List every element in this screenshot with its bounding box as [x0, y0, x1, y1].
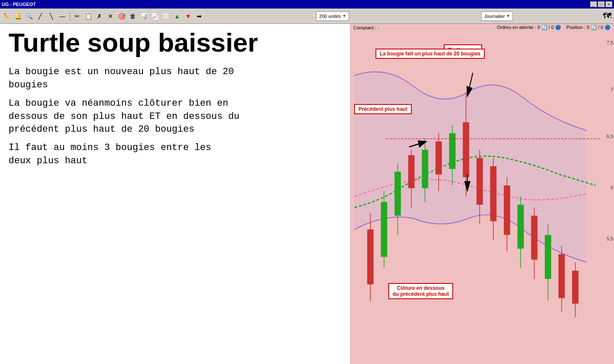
toolbar-icon-8[interactable]: 📋	[84, 12, 93, 21]
svg-rect-9	[422, 150, 428, 188]
svg-rect-11	[436, 142, 442, 174]
toolbar-icon-6[interactable]: —	[58, 12, 67, 21]
period-dropdown[interactable]: Journalier ▼	[481, 12, 513, 21]
svg-rect-1	[367, 229, 374, 284]
toolbar-icon-5[interactable]: ╲	[47, 12, 56, 21]
cloture-dessous-line1: Clôture en dessous	[397, 285, 444, 291]
band-fill	[355, 72, 587, 263]
label-bougie-20: La bougie fait un plus haut de 20 bougie…	[375, 49, 485, 59]
restore-button[interactable]: □	[598, 1, 605, 7]
condition-3: Il faut au moins 3 bougies entre lesdeux…	[9, 142, 341, 168]
chart-topbar: Comptant : - Ordres en attente : 0 🔄 / 0…	[350, 24, 614, 32]
map-icon[interactable]: 🗺	[602, 12, 612, 21]
cloture-dessous-line2: du précédent plus haut	[393, 291, 449, 297]
toolbar-icon-15[interactable]: ⬜	[161, 12, 171, 21]
svg-rect-17	[477, 158, 483, 205]
toolbar-right: 200 unités ▼ Journalier ▼ 🗺	[316, 12, 612, 21]
toolbar-icon-4[interactable]: ╱	[35, 12, 45, 21]
close-button[interactable]: ×	[605, 1, 612, 7]
svg-rect-23	[518, 205, 524, 248]
chart-area: 7,5 7 6,5 6 5,5	[350, 32, 614, 350]
comptant-label: Comptant : -	[353, 25, 379, 30]
toolbar-icon-3[interactable]: 🔍	[24, 12, 34, 21]
svg-rect-7	[408, 155, 415, 188]
toolbar-icon-12[interactable]: 🗑	[128, 12, 137, 21]
condition-2: La bougie va néanmoins clôturer bien end…	[9, 97, 341, 136]
toolbar-icon-10[interactable]: ✕	[106, 12, 115, 21]
svg-rect-31	[572, 271, 579, 303]
svg-rect-3	[381, 202, 387, 257]
svg-rect-25	[531, 216, 538, 260]
label-precedent-plus-haut: Précédent plus haut	[354, 104, 412, 114]
toolbar-icon-9[interactable]: ✗	[95, 12, 104, 21]
svg-rect-15	[463, 122, 469, 177]
period-label: Journalier	[484, 14, 505, 19]
toolbar-icon-2[interactable]: 🔔	[13, 12, 23, 21]
y-label-6: 6	[611, 185, 613, 190]
toolbar-icon-17[interactable]: ▼	[183, 12, 193, 21]
chart-svg	[350, 32, 614, 350]
title-bar: UG - PEUGEOT _ □ ×	[0, 0, 614, 9]
units-arrow: ▼	[343, 14, 346, 18]
svg-rect-29	[559, 254, 565, 298]
units-dropdown[interactable]: 200 unités ▼	[316, 12, 349, 21]
toolbar-icon-7[interactable]: ✂	[73, 12, 82, 21]
left-panel: Turtle soup baissier La bougie est un no…	[0, 24, 350, 364]
y-label-65: 6,5	[607, 134, 613, 139]
units-label: 200 unités	[319, 14, 341, 19]
window-controls[interactable]: _ □ ×	[590, 1, 612, 7]
condition-1: La bougie est un nouveau plus haut de 20…	[9, 66, 341, 92]
svg-rect-19	[490, 166, 497, 221]
chart-topbar-right: Ordres en attente : 0 🔄 / 0 🔵 Position :…	[497, 25, 611, 30]
label-cloture-dessous: Clôture en dessous du précédent plus hau…	[388, 283, 453, 299]
toolbar: ✏️ 🔔 🔍 ╱ ╲ — ✂ 📋 ✗ ✕ 🎯 🗑 📊 📈 ⬜ ▲ ▼ ➡ 200…	[0, 9, 614, 24]
toolbar-icon-11[interactable]: 🎯	[117, 12, 126, 21]
svg-rect-5	[395, 172, 401, 216]
position-label: Position :	[566, 25, 585, 30]
svg-rect-21	[504, 185, 510, 235]
y-label-7: 7	[611, 87, 613, 92]
y-label-75: 7,5	[607, 40, 613, 45]
pending-orders-label: Ordres en attente :	[497, 25, 536, 30]
position-value: 0 🔄 / 0 🔵	[587, 25, 611, 30]
toolbar-separator-1	[70, 12, 70, 21]
pending-orders-value: 0 🔄 / 0 🔵	[537, 25, 561, 30]
page-title: Turtle soup baissier	[9, 28, 341, 57]
app-title: UG - PEUGEOT	[2, 2, 36, 7]
y-label-55: 5,5	[607, 236, 613, 241]
svg-rect-27	[545, 235, 551, 279]
minimize-button[interactable]: _	[590, 1, 597, 7]
period-arrow: ▼	[506, 14, 510, 18]
right-panel: Comptant : - Ordres en attente : 0 🔄 / 0…	[350, 24, 614, 364]
toolbar-icon-14[interactable]: 📈	[150, 12, 160, 21]
chart-topbar-left: Comptant : -	[353, 25, 379, 30]
toolbar-icon-18[interactable]: ➡	[195, 12, 204, 21]
toolbar-icon-16[interactable]: ▲	[172, 12, 182, 21]
toolbar-icon-13[interactable]: 📊	[139, 12, 148, 21]
toolbar-icon-1[interactable]: ✏️	[2, 12, 12, 21]
main-area: Turtle soup baissier La bougie est un no…	[0, 24, 614, 364]
